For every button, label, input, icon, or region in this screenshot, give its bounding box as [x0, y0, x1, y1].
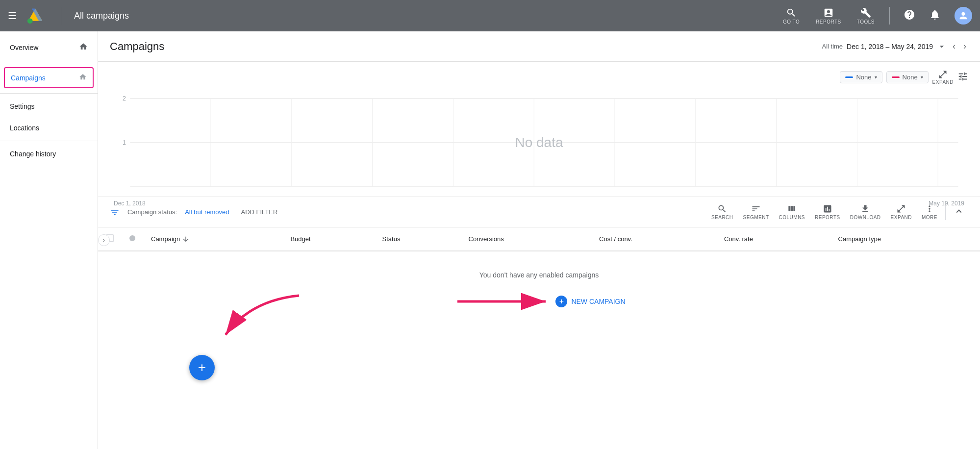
page-header: Campaigns All time Dec 1, 2018 – May 24,…: [98, 31, 980, 62]
sidebar-divider-1: [0, 62, 98, 62]
date-range-section: All time Dec 1, 2018 – May 24, 2019 ‹ ›: [822, 39, 968, 53]
search-label: SEARCH: [711, 215, 733, 220]
svg-text:1: 1: [123, 139, 126, 146]
th-conv-rate[interactable]: Conv. rate: [716, 227, 830, 251]
series2-label: None: [903, 74, 918, 81]
th-conversions[interactable]: Conversions: [461, 227, 592, 251]
series1-chevron-icon: ▾: [875, 75, 877, 80]
chart-expand-button[interactable]: EXPAND: [932, 70, 954, 85]
reports-tool-label: REPORTS: [815, 215, 840, 220]
table-section: Campaign Budget Status Conversions Cost …: [98, 227, 980, 449]
date-prev-button[interactable]: ‹: [951, 39, 957, 53]
nav-title: All campaigns: [74, 11, 129, 21]
page-title: Campaigns: [110, 40, 164, 53]
sidebar-item-settings-label: Settings: [10, 102, 35, 110]
sidebar-item-campaigns[interactable]: Campaigns: [4, 67, 94, 88]
settings-sliders-icon: [957, 71, 968, 82]
tools-label: TOOLS: [857, 19, 875, 25]
campaigns-home-icon: [79, 73, 87, 82]
th-status-indicator: [122, 227, 143, 251]
google-ads-logo-icon: [26, 7, 44, 25]
more-label: MORE: [922, 215, 937, 220]
tools-button[interactable]: TOOLS: [852, 4, 879, 27]
date-next-button[interactable]: ›: [961, 39, 968, 53]
new-campaign-button[interactable]: + NEW CAMPAIGN: [555, 296, 625, 307]
segment-label: SEGMENT: [743, 215, 769, 220]
chart-date-end: May 19, 2019: [929, 200, 964, 207]
goto-label: GO TO: [783, 19, 800, 25]
sidebar-item-overview-label: Overview: [10, 44, 38, 51]
chart-svg: 2 1: [110, 89, 968, 197]
series2-selector[interactable]: None ▾: [886, 71, 929, 83]
table-header-row: Campaign Budget Status Conversions Cost …: [98, 227, 980, 251]
sidebar-item-settings[interactable]: Settings: [0, 96, 98, 117]
series2-dot: [892, 76, 900, 78]
google-ads-logo: [26, 7, 44, 25]
sidebar: Overview Campaigns Settings Locations: [0, 31, 98, 449]
avatar-icon: [958, 10, 969, 21]
nav-logo-divider: [62, 7, 62, 25]
th-cost-per-conv[interactable]: Cost / conv.: [591, 227, 716, 251]
reports-label: REPORTS: [816, 19, 841, 25]
th-status-col[interactable]: Status: [375, 227, 461, 251]
home-icon: [79, 42, 88, 53]
new-campaign-circle: +: [555, 296, 567, 307]
th-campaign[interactable]: Campaign: [143, 227, 282, 251]
empty-state-message: You don't have any enabled campaigns: [118, 271, 960, 279]
new-campaign-label: NEW CAMPAIGN: [571, 298, 625, 305]
chart-area: None ▾ None ▾ EXPAND: [98, 62, 980, 197]
help-icon: [904, 9, 915, 21]
sidebar-item-locations[interactable]: Locations: [0, 117, 98, 139]
notifications-button[interactable]: [925, 5, 945, 27]
wrench-icon: [860, 7, 871, 18]
sidebar-divider-2: [0, 93, 98, 94]
reports-icon: [823, 7, 834, 18]
th-budget[interactable]: Budget: [282, 227, 374, 251]
goto-button[interactable]: GO TO: [778, 4, 805, 27]
chart-controls: None ▾ None ▾ EXPAND: [110, 70, 968, 85]
empty-state: You don't have any enabled campaigns: [98, 251, 980, 336]
bell-icon: [929, 9, 941, 21]
sort-icon: [182, 235, 190, 243]
new-campaign-arrow-container: + NEW CAMPAIGN: [452, 287, 625, 316]
reports-button[interactable]: REPORTS: [811, 4, 846, 27]
fab-icon: +: [198, 361, 206, 374]
th-campaign-label: Campaign: [151, 235, 180, 243]
nav-divider: [889, 7, 890, 25]
sidebar-divider-3: [0, 141, 98, 141]
add-campaign-fab[interactable]: +: [189, 355, 215, 380]
sidebar-item-campaigns-label: Campaigns: [11, 74, 46, 82]
svg-point-2: [27, 18, 33, 24]
sidebar-collapse-button[interactable]: ›: [98, 234, 110, 246]
campaigns-table: Campaign Budget Status Conversions Cost …: [98, 227, 980, 251]
expand-tool-label: EXPAND: [891, 215, 912, 220]
expand-icon: [938, 70, 948, 79]
search-icon: [786, 7, 797, 18]
top-navigation: ☰ All campaigns GO TO REPORTS TOOLS: [0, 0, 980, 31]
sidebar-item-change-history[interactable]: Change history: [0, 143, 98, 165]
hamburger-menu-icon[interactable]: ☰: [8, 10, 17, 22]
date-dropdown-icon[interactable]: [937, 42, 947, 51]
series2-chevron-icon: ▾: [921, 75, 923, 80]
help-button[interactable]: [900, 5, 919, 27]
date-range-label: All time: [822, 43, 843, 50]
series1-selector[interactable]: None ▾: [840, 71, 882, 83]
chart-date-start: Dec 1, 2018: [114, 200, 146, 207]
status-indicator: [129, 235, 135, 241]
chart-canvas: 2 1 No data Dec 1, 2018: [110, 89, 968, 197]
series1-dot: [845, 76, 853, 78]
sidebar-item-locations-label: Locations: [10, 124, 39, 132]
avatar[interactable]: [955, 7, 972, 25]
date-range-value: Dec 1, 2018 – May 24, 2019: [847, 43, 933, 50]
chart-settings-button[interactable]: [957, 71, 968, 83]
download-label: DOWNLOAD: [850, 215, 881, 220]
th-campaign-type[interactable]: Campaign type: [830, 227, 980, 251]
svg-text:2: 2: [123, 95, 126, 102]
sidebar-item-change-history-label: Change history: [10, 150, 56, 158]
columns-label: COLUMNS: [779, 215, 805, 220]
expand-label: EXPAND: [932, 79, 954, 85]
sidebar-item-overview[interactable]: Overview: [0, 35, 98, 60]
series1-label: None: [856, 74, 871, 81]
arrow-annotation-new-campaign: [452, 287, 560, 316]
